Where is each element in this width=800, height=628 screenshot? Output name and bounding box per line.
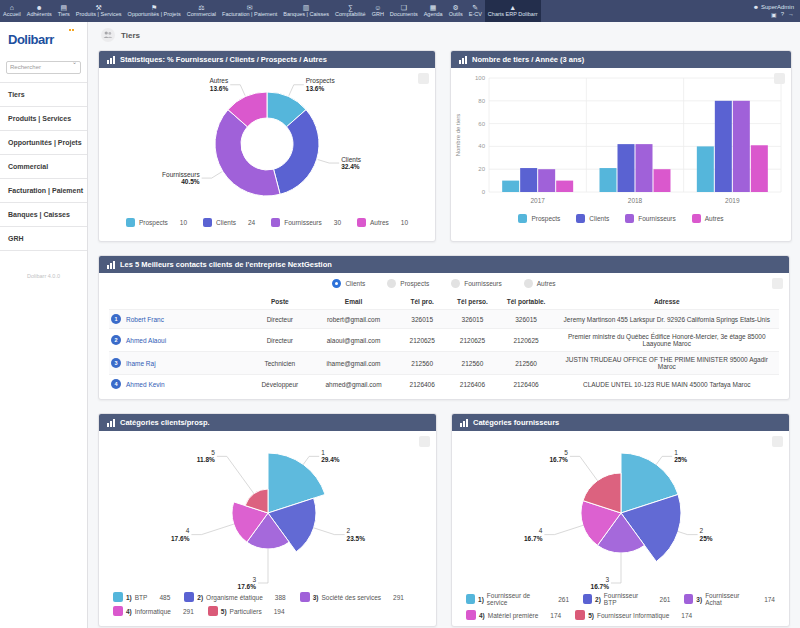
column-header: Tél pro. bbox=[397, 294, 447, 310]
nav-item-label: Banques | Caisses bbox=[283, 11, 329, 18]
filter-radio-fournisseurs[interactable]: Fournisseurs bbox=[451, 279, 502, 288]
sidebar-item-commercial[interactable]: Commercial bbox=[0, 155, 87, 179]
nav-item-label: E-CV bbox=[469, 11, 482, 18]
charts-icon: ▲ bbox=[509, 4, 516, 11]
legend-item: Clients bbox=[576, 214, 609, 223]
documents-icon: ❏ bbox=[401, 4, 407, 11]
svg-text:20: 20 bbox=[478, 166, 485, 172]
nav-item-label: Tiers bbox=[58, 11, 70, 18]
panel-tiers-par-annee: Nombre de tiers / Année (3 ans) 02040608… bbox=[450, 50, 792, 242]
table-cell: Premier ministre du Québec Édifice Honor… bbox=[555, 329, 779, 352]
user-menu[interactable]: ☻ SuperAdmin bbox=[753, 4, 794, 10]
contact-name-link[interactable]: Ahmed Kevin bbox=[126, 381, 165, 388]
table-row: 1Robert FrancDirecteurrobert@gmail.com32… bbox=[109, 310, 779, 329]
nav-item-e-cv[interactable]: ✎E-CV bbox=[466, 0, 485, 22]
row-number-badge: 4 bbox=[111, 379, 121, 389]
table-cell: 2120625 bbox=[397, 329, 447, 352]
table-row: 4Ahmed KevinDéveloppeurahmed@gmail.com21… bbox=[109, 375, 779, 394]
chart-menu-button[interactable] bbox=[418, 73, 429, 84]
nav-item-label: Comptabilité bbox=[335, 11, 366, 18]
nav-item-charts-erp-dolibarr[interactable]: ▲Charts ERP Dolibarr bbox=[485, 0, 541, 22]
main-content: Tiers Statistiques: % Fournisseurs / Cli… bbox=[88, 22, 800, 628]
nav-item-adh-rents[interactable]: ☻Adhérents bbox=[24, 0, 55, 22]
svg-text:17.6%: 17.6% bbox=[237, 583, 256, 589]
legend-swatch bbox=[113, 592, 123, 602]
nav-item-accueil[interactable]: ⌂Accueil bbox=[0, 0, 24, 22]
chart-menu-button[interactable] bbox=[774, 73, 785, 84]
contacts-table: PosteEmailTél pro.Tél perso.Tél portable… bbox=[109, 294, 779, 393]
legend-swatch bbox=[466, 610, 476, 620]
nav-item-grh[interactable]: ☺GRH bbox=[369, 0, 387, 22]
table-cell: JUSTIN TRUDEAU OFFICE OF THE PRIME MINIS… bbox=[555, 352, 779, 375]
panel-stats-donut-header: Statistiques: % Fournisseurs / Clients /… bbox=[99, 51, 435, 68]
chart-menu-button[interactable] bbox=[772, 278, 783, 289]
contact-name-link[interactable]: Robert Franc bbox=[126, 316, 164, 323]
bar-chart-icon bbox=[107, 56, 115, 64]
contact-name-link[interactable]: Ihame Raj bbox=[126, 360, 156, 367]
nav-item-opportunit-s-projets[interactable]: ⚑Opportunités | Projets bbox=[125, 0, 184, 22]
logout-icon[interactable]: → bbox=[788, 11, 794, 18]
legend-swatch bbox=[113, 606, 123, 616]
svg-text:Fournisseurs: Fournisseurs bbox=[162, 171, 200, 178]
logo-text: Dolibarr bbox=[8, 32, 54, 47]
svg-text:25%: 25% bbox=[699, 535, 712, 542]
home-icon: ⌂ bbox=[10, 4, 14, 11]
help-icon[interactable]: ? bbox=[781, 11, 784, 18]
sidebar-item-opportunit-s-projets[interactable]: Opportunités | Projets bbox=[0, 131, 87, 155]
filter-label: Clients bbox=[345, 280, 365, 287]
filter-radio-clients[interactable]: Clients bbox=[332, 279, 365, 288]
hrm-icon: ☺ bbox=[374, 4, 381, 11]
panel-stats-donut: Statistiques: % Fournisseurs / Clients /… bbox=[98, 50, 436, 242]
column-header: Adresse bbox=[555, 294, 779, 310]
panel-categories-clients: Catégories clients/prosp. 129.4%223.5%31… bbox=[98, 413, 437, 627]
nav-item-outils[interactable]: ⚙Outils bbox=[446, 0, 466, 22]
svg-text:2018: 2018 bbox=[628, 197, 643, 204]
legend-swatch bbox=[357, 218, 366, 227]
sidebar-item-facturation-paiement[interactable]: Facturation | Paiement bbox=[0, 179, 87, 203]
legend-item: Fournisseurs30 bbox=[271, 218, 341, 227]
nav-item-agenda[interactable]: ▦Agenda bbox=[421, 0, 446, 22]
contact-name-link[interactable]: Ahmed Alaoui bbox=[126, 337, 166, 344]
nav-item-label: Charts ERP Dolibarr bbox=[488, 11, 538, 18]
nav-item-tiers[interactable]: ▤Tiers bbox=[55, 0, 73, 22]
panel-tiers-par-annee-header: Nombre de tiers / Année (3 ans) bbox=[451, 51, 791, 68]
nav-item-produits-services[interactable]: ⚒Produits | Services bbox=[73, 0, 125, 22]
nav-item-commercial[interactable]: ⚖Commercial bbox=[184, 0, 219, 22]
nav-item-label: Produits | Services bbox=[76, 11, 122, 18]
contact-filters: ClientsProspectsFournisseursAutres bbox=[99, 273, 789, 291]
chart-menu-button[interactable] bbox=[772, 436, 783, 447]
sidebar-item-tiers[interactable]: Tiers bbox=[0, 83, 87, 107]
legend-item: 1)BTP485 bbox=[113, 592, 170, 602]
sidebar: Dolibarr ⌄ TiersProduits | ServicesOppor… bbox=[0, 22, 88, 628]
nav-item-facturation-paiement[interactable]: ✉Facturation | Paiement bbox=[219, 0, 280, 22]
chart-menu-button[interactable] bbox=[419, 436, 430, 447]
nav-item-label: Commercial bbox=[187, 11, 216, 18]
nav-item-comptabilit[interactable]: ∑Comptabilité bbox=[332, 0, 369, 22]
table-cell: ahmed@gmail.com bbox=[310, 375, 397, 394]
filter-radio-prospects[interactable]: Prospects bbox=[387, 279, 429, 288]
sidebar-item-grh[interactable]: GRH bbox=[0, 227, 87, 251]
accounting-icon: ∑ bbox=[348, 4, 353, 11]
svg-text:1: 1 bbox=[321, 449, 325, 456]
legend-swatch bbox=[625, 214, 634, 223]
filter-radio-autres[interactable]: Autres bbox=[524, 279, 556, 288]
table-cell: 2126406 bbox=[447, 375, 497, 394]
user-icon: ☻ bbox=[753, 4, 759, 10]
nav-item-label: Facturation | Paiement bbox=[222, 11, 277, 18]
radio-icon bbox=[451, 279, 460, 288]
sidebar-item-banques-caisses[interactable]: Banques | Caisses bbox=[0, 203, 87, 227]
radio-icon bbox=[387, 279, 396, 288]
nav-item-banques-caisses[interactable]: ▥Banques | Caisses bbox=[280, 0, 332, 22]
nav-item-label: Outils bbox=[449, 11, 463, 18]
column-header: Poste bbox=[250, 294, 310, 310]
svg-text:4: 4 bbox=[185, 527, 189, 534]
svg-text:2017: 2017 bbox=[530, 197, 545, 204]
members-icon: ☻ bbox=[36, 4, 43, 11]
search-input[interactable] bbox=[6, 61, 81, 74]
print-icon[interactable]: ▣ bbox=[771, 11, 777, 18]
sidebar-item-produits-services[interactable]: Produits | Services bbox=[0, 107, 87, 131]
nav-item-label: Agenda bbox=[424, 11, 443, 18]
nav-item-documents[interactable]: ❏Documents bbox=[387, 0, 421, 22]
billing-icon: ✉ bbox=[247, 4, 253, 11]
legend-item: Prospects10 bbox=[126, 218, 187, 227]
